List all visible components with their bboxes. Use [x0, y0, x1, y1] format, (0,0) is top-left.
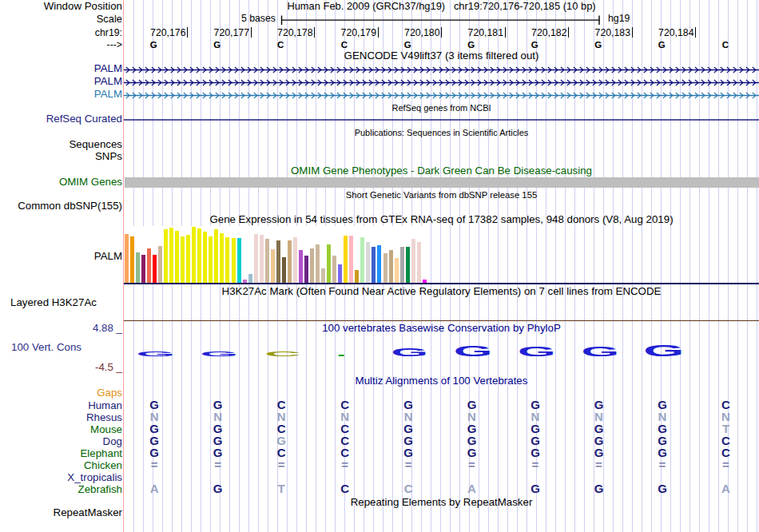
svg-text:G: G — [518, 344, 556, 359]
svg-text:G: G — [643, 341, 684, 359]
svg-text:G: G — [391, 345, 428, 359]
svg-text:G: G — [581, 344, 619, 359]
svg-text:G: G — [200, 350, 238, 358]
svg-text:C: C — [264, 350, 300, 357]
svg-text:G: G — [136, 349, 175, 358]
svg-text:G: G — [454, 343, 493, 359]
